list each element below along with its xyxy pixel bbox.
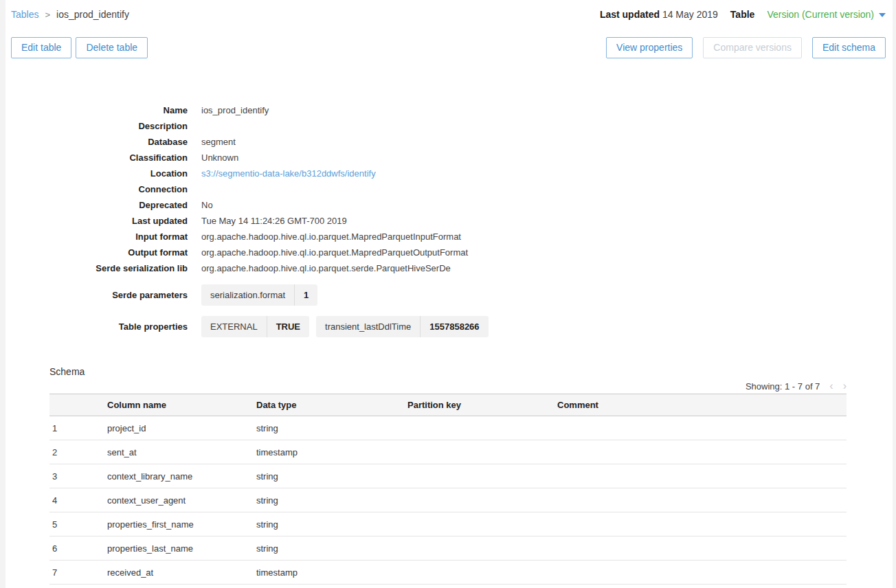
detail-row-output-format: Output format org.apache.hadoop.hive.ql.…: [5, 245, 893, 260]
detail-label: Database: [5, 134, 188, 150]
last-updated-value: 14 May 2019: [662, 9, 718, 20]
table-row: 6 properties_last_name string: [49, 536, 847, 561]
detail-value: segment: [201, 134, 236, 150]
header-column-name: Column name: [107, 400, 256, 410]
table-row: 1 project_id string: [49, 416, 847, 440]
pagination-prev-icon[interactable]: ‹: [829, 381, 833, 391]
schema-title: Schema: [49, 366, 847, 377]
table-properties-chips: EXTERNAL TRUE transient_lastDdlTime 1557…: [201, 316, 489, 337]
detail-row-location: Location s3://segmentio-data-lake/b312dd…: [5, 166, 893, 181]
cell-column-name: sent_at: [107, 447, 256, 457]
table-row: 2 sent_at timestamp: [49, 440, 847, 464]
top-bar: Tables > ios_prod_identify Last updated …: [5, 0, 893, 20]
header-partition-key: Partition key: [407, 400, 557, 410]
detail-label: Serde serialization lib: [5, 260, 188, 276]
detail-value: org.apache.hadoop.hive.ql.io.parquet.ser…: [201, 260, 451, 276]
cell-data-type: string: [256, 471, 407, 482]
row-number: 1: [49, 423, 107, 433]
header-data-type: Data type: [256, 400, 407, 410]
showing-count: Showing: 1 - 7 of 7: [746, 381, 820, 392]
table-properties-label: Table properties: [5, 317, 188, 337]
breadcrumb-separator-icon: >: [45, 10, 50, 20]
detail-label: Connection: [5, 181, 188, 197]
detail-value: No: [201, 197, 213, 213]
header-comment: Comment: [557, 400, 847, 410]
table-details: Name ios_prod_identify Description Datab…: [5, 102, 893, 337]
pagination-next-icon[interactable]: ›: [843, 381, 847, 391]
detail-value: ios_prod_identify: [201, 102, 269, 118]
breadcrumb: Tables > ios_prod_identify: [11, 9, 129, 20]
table-row: 4 context_user_agent string: [49, 488, 847, 512]
detail-label: Input format: [5, 229, 188, 245]
location-link[interactable]: s3://segmentio-data-lake/b312ddwfs/ident…: [201, 166, 376, 181]
detail-row-classification: Classification Unknown: [5, 150, 893, 166]
breadcrumb-current-table: ios_prod_identify: [56, 9, 129, 20]
cell-column-name: project_id: [107, 423, 256, 433]
edit-schema-button[interactable]: Edit schema: [812, 37, 886, 58]
cell-column-name: context_user_agent: [107, 495, 256, 506]
view-properties-button[interactable]: View properties: [606, 37, 693, 58]
serde-parameters-chips: serialization.format 1: [201, 284, 317, 306]
schema-pagination: Showing: 1 - 7 of 7 ‹ ›: [49, 380, 847, 392]
table-label: Table: [730, 9, 755, 20]
table-details-page: Tables > ios_prod_identify Last updated …: [5, 0, 893, 588]
detail-value: Unknown: [201, 150, 238, 166]
detail-value: org.apache.hadoop.hive.ql.io.parquet.Map…: [201, 245, 468, 260]
chip-value: 1: [295, 284, 317, 306]
left-actions: Edit table Delete table: [11, 37, 148, 58]
schema-table: Column name Data type Partition key Comm…: [49, 394, 847, 585]
detail-row-serde-lib: Serde serialization lib org.apache.hadoo…: [5, 260, 893, 276]
chip-key: transient_lastDdlTime: [316, 316, 421, 337]
table-property-chip: EXTERNAL TRUE: [201, 316, 309, 337]
version-dropdown[interactable]: Version (Current version): [767, 9, 886, 20]
version-label: Version (Current version): [767, 9, 874, 20]
detail-row-connection: Connection: [5, 181, 893, 197]
chevron-down-icon: [879, 13, 886, 17]
detail-label: Deprecated: [5, 197, 188, 213]
chip-key: EXTERNAL: [201, 316, 267, 337]
schema-table-header: Column name Data type Partition key Comm…: [49, 394, 847, 416]
table-property-chip: transient_lastDdlTime 1557858266: [316, 316, 489, 337]
cell-column-name: context_library_name: [107, 471, 256, 482]
chip-key: serialization.format: [201, 284, 295, 306]
actions-bar: Edit table Delete table View properties …: [5, 37, 893, 58]
detail-row-description: Description: [5, 118, 893, 134]
cell-data-type: string: [256, 495, 407, 506]
meta-bar: Last updated 14 May 2019 Table Version (…: [600, 9, 886, 20]
detail-label: Classification: [5, 150, 188, 166]
detail-label: Location: [5, 166, 188, 181]
table-row: 5 properties_first_name string: [49, 512, 847, 536]
cell-data-type: timestamp: [256, 567, 407, 578]
detail-label: Description: [5, 118, 188, 134]
serde-parameters-label: Serde parameters: [5, 285, 188, 306]
detail-row-deprecated: Deprecated No: [5, 197, 893, 213]
cell-data-type: string: [256, 543, 407, 554]
detail-row-input-format: Input format org.apache.hadoop.hive.ql.i…: [5, 229, 893, 245]
edit-table-button[interactable]: Edit table: [11, 37, 71, 58]
table-row: 7 received_at timestamp: [49, 561, 847, 585]
row-number: 4: [49, 495, 107, 506]
breadcrumb-tables-link[interactable]: Tables: [11, 9, 38, 20]
last-updated-meta: Last updated 14 May 2019: [600, 9, 718, 20]
chip-value: TRUE: [267, 316, 309, 337]
table-properties-row: Table properties EXTERNAL TRUE transient…: [5, 316, 893, 337]
detail-value: org.apache.hadoop.hive.ql.io.parquet.Map…: [201, 229, 461, 245]
detail-label: Last updated: [5, 213, 188, 229]
detail-label: Output format: [5, 245, 188, 260]
row-number: 7: [49, 567, 107, 578]
delete-table-button[interactable]: Delete table: [76, 37, 148, 58]
cell-data-type: string: [256, 423, 407, 433]
right-actions: View properties Compare versions Edit sc…: [606, 37, 886, 58]
row-number: 3: [49, 471, 107, 482]
cell-column-name: properties_last_name: [107, 543, 256, 554]
serde-parameter-chip: serialization.format 1: [201, 284, 317, 306]
cell-data-type: string: [256, 519, 407, 530]
row-number: 5: [49, 519, 107, 530]
row-number: 6: [49, 543, 107, 554]
detail-value: Tue May 14 11:24:26 GMT-700 2019: [201, 213, 347, 229]
cell-column-name: properties_first_name: [107, 519, 256, 530]
serde-parameters-row: Serde parameters serialization.format 1: [5, 284, 893, 306]
chip-value: 1557858266: [421, 316, 488, 337]
cell-data-type: timestamp: [256, 447, 407, 457]
cell-column-name: received_at: [107, 567, 256, 578]
